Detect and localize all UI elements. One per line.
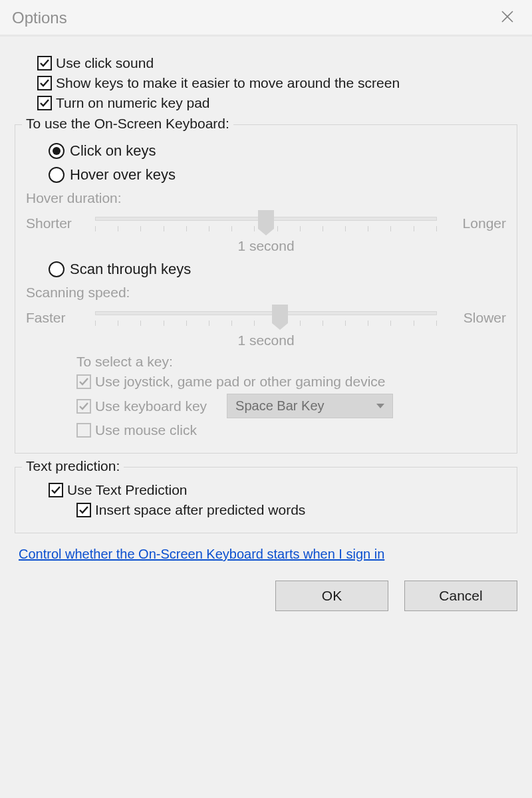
scanning-speed-block: Scanning speed: Faster Slower 1 second [26,285,506,348]
check-icon [76,399,91,414]
scanning-speed-value: 1 second [26,332,506,348]
radio-label: Hover over keys [70,166,176,184]
checkbox-label: Use keyboard key [95,398,207,414]
select-value: Space Bar Key [235,398,324,414]
scanning-speed-caption: Scanning speed: [26,285,506,301]
radio-hover-over-keys[interactable]: Hover over keys [49,166,506,184]
window-title: Options [12,9,67,27]
radio-scan-through-keys[interactable]: Scan through keys [49,261,506,278]
hover-duration-value: 1 second [26,238,506,254]
radio-label: Click on keys [70,142,156,160]
group-use-osk: To use the On-Screen Keyboard: Click on … [15,124,517,454]
check-icon [37,56,52,70]
radio-icon [49,261,65,277]
checkbox-label: Insert space after predicted words [95,502,305,518]
check-icon [76,374,91,389]
dialog-footer: OK Cancel [0,574,532,611]
checkbox-label: Use click sound [56,55,154,71]
hover-duration-slider [95,210,437,237]
checkbox-use-joystick: Use joystick, game pad or other gaming d… [76,374,506,390]
check-icon [37,96,52,110]
checkbox-click-sound[interactable]: Use click sound [37,55,517,71]
close-icon[interactable] [495,7,520,29]
checkbox-label: Use mouse click [95,422,197,438]
select-key-caption: To select a key: [76,354,506,370]
hover-duration-caption: Hover duration: [26,190,506,206]
check-icon [37,76,52,90]
scan-slider-right-label: Slower [449,310,506,326]
group-text-prediction: Text prediction: Use Text Prediction Ins… [15,467,517,533]
checkbox-use-mouse-click: Use mouse click [76,422,506,438]
hover-slider-right-label: Longer [449,215,506,231]
checkbox-show-keys[interactable]: Show keys to make it easier to move arou… [37,75,517,91]
checkbox-label: Use Text Prediction [67,482,188,498]
checkbox-insert-space[interactable]: Insert space after predicted words [76,502,506,518]
signin-settings-link[interactable]: Control whether the On-Screen Keyboard s… [19,547,384,562]
chevron-down-icon [376,404,384,408]
checkbox-use-keyboard-key: Use keyboard key Space Bar Key [76,394,506,418]
radio-click-on-keys[interactable]: Click on keys [49,142,506,160]
checkbox-label: Use joystick, game pad or other gaming d… [95,374,386,390]
scanning-speed-slider [95,305,437,331]
check-icon [76,423,91,438]
radio-icon [49,167,65,183]
checkbox-use-text-prediction[interactable]: Use Text Prediction [49,482,506,498]
hover-duration-block: Hover duration: Shorter Longer 1 second [26,190,506,254]
content-area: Use click sound Show keys to make it eas… [0,37,532,574]
checkbox-label: Show keys to make it easier to move arou… [56,75,400,91]
slider-thumb-icon [258,210,274,229]
cancel-button[interactable]: Cancel [404,581,517,611]
scan-slider-left-label: Faster [26,310,83,326]
group-legend: To use the On-Screen Keyboard: [22,116,233,132]
titlebar: Options [0,0,532,37]
group-legend: Text prediction: [22,458,124,474]
checkbox-label: Turn on numeric key pad [56,95,210,111]
hover-slider-left-label: Shorter [26,215,83,231]
radio-label: Scan through keys [70,261,191,278]
slider-thumb-icon [272,305,288,323]
keyboard-key-select: Space Bar Key [227,394,393,418]
check-icon [49,483,63,497]
check-icon [76,503,91,517]
ok-button[interactable]: OK [275,581,388,611]
radio-icon [49,143,65,159]
checkbox-numeric-pad[interactable]: Turn on numeric key pad [37,95,517,111]
